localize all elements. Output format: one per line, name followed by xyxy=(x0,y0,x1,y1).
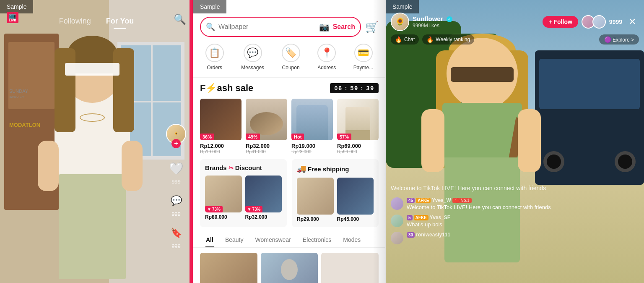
tab-electronics[interactable]: Electronics xyxy=(297,232,337,247)
chat-username-2: Yves_SF xyxy=(430,215,450,220)
chat-label: Chat xyxy=(404,37,415,42)
camera-icon[interactable]: 📷 xyxy=(319,22,330,32)
feed-background: SUNDAY 42490 Sm. MODATLON xyxy=(0,0,193,283)
grid-product-3[interactable] xyxy=(321,253,379,283)
flash-product-2[interactable]: 49% Rp32.000 Rp41.000 xyxy=(246,99,287,154)
nav-coupon[interactable]: 🏷️ Coupon xyxy=(282,44,300,71)
chat-username-3: roniweasly111 xyxy=(416,232,450,238)
flash-sale-section: F⚡ash sale 06 : 59 : 39 36% Rp12.000 Rp1… xyxy=(193,78,385,159)
verified-icon: ✓ xyxy=(447,16,452,22)
flash-product-3-orig-price: Rp23.000 xyxy=(291,149,333,154)
free-shipping-title: 🚚 Free shipping xyxy=(297,164,374,173)
address-icon: 📍 xyxy=(317,44,336,62)
flash-product-4[interactable]: 57% Rp69.000 Rp99.000 xyxy=(337,99,379,154)
search-magnifier-icon: 🔍 xyxy=(206,22,215,31)
heart-icon[interactable]: 🤍 xyxy=(167,159,185,178)
feed-actions: 🌻 + 🤍 999 💬 999 🔖 999 xyxy=(166,124,186,249)
orders-label: Orders xyxy=(207,65,222,71)
search-bar: 🔍 📷 Search xyxy=(200,17,361,37)
viewer-avatars xyxy=(582,15,606,29)
product-grid xyxy=(193,248,385,283)
chat-message-2-content: 5 AFKE Yves_SF What's up bois xyxy=(407,215,450,228)
live-creator-info: Sunflower ✓ 9999M likes xyxy=(413,15,539,29)
comment-icon[interactable]: 💬 xyxy=(167,191,185,210)
brand-product-1-price: Rp89.000 xyxy=(205,214,242,220)
feed-nav: 📺 LIVE Following For You 🔍 xyxy=(0,0,193,38)
brand-product-2-price: Rp32.000 xyxy=(245,214,282,220)
tab-all[interactable]: All xyxy=(200,232,219,247)
close-button[interactable]: ✕ xyxy=(626,15,639,29)
flash-product-4-image: 57% xyxy=(337,99,379,140)
free-shipping-section: 🚚 Free shipping Rp29.000 Rp45.000 xyxy=(292,159,379,227)
panel-tiktok-feed: SUNDAY 42490 Sm. MODATLON Sample 📺 LIVE … xyxy=(0,0,193,283)
grid-product-2[interactable] xyxy=(261,253,318,283)
tab-following[interactable]: Following xyxy=(52,13,99,29)
chat-message-1: 45 AFKE Yves_W 🔴 No.1 Welcome to TikTok … xyxy=(391,197,561,211)
chat-message-3: 30 roniweasly111 xyxy=(391,232,561,244)
chat-pill[interactable]: 🔥 Chat xyxy=(391,34,419,45)
ship-product-1[interactable]: Rp29.000 xyxy=(297,178,334,222)
tab-for-you[interactable]: For You xyxy=(99,13,141,29)
brand-product-2[interactable]: ▼ 73% Rp32.000 xyxy=(245,176,282,220)
orders-icon: 📋 xyxy=(205,44,224,62)
chat-badge-row-1: 45 AFKE Yves_W 🔴 No.1 xyxy=(407,197,551,203)
search-button[interactable]: Search xyxy=(333,23,355,31)
live-creator-name: Sunflower ✓ xyxy=(413,15,539,23)
chat-badge-num-2: 5 xyxy=(407,215,413,220)
flash-product-4-orig-price: Rp99.000 xyxy=(337,149,379,154)
ship-product-1-image xyxy=(297,178,334,215)
brands-section: Brands ✂ Discount ▼ 73% Rp89.000 xyxy=(200,159,287,227)
flash-product-3-badge: Hot xyxy=(291,134,304,140)
nav-messages[interactable]: 💬 Messages xyxy=(241,44,264,71)
panel-shop: Sample 🔍 📷 Search 🛒 📋 Orders 💬 Messages … xyxy=(193,0,386,283)
explore-pill[interactable]: 🟣 Explore > xyxy=(599,34,639,45)
free-shipping-products: Rp29.000 Rp45.000 xyxy=(297,178,374,222)
sample-badge-3: Sample xyxy=(386,0,419,13)
sample-badge-2: Sample xyxy=(193,0,226,13)
explore-dot-icon: 🟣 xyxy=(604,36,611,43)
ship-product-2-image xyxy=(337,178,374,215)
brand-product-1[interactable]: ▼ 73% Rp89.000 xyxy=(205,176,242,220)
chat-text-1: Welcome to TikTok LIVE! Here you can con… xyxy=(407,204,551,211)
live-chat: Welcome to TikTok LIVE! Here you can con… xyxy=(386,179,566,249)
nav-address[interactable]: 📍 Address xyxy=(317,44,336,71)
flash-product-3[interactable]: Hot Rp19.000 Rp23.000 xyxy=(291,99,333,154)
fire-icon-1: 🔥 xyxy=(395,36,402,43)
comment-action: 💬 999 xyxy=(167,191,185,217)
welcome-message: Welcome to TikTok LIVE! Here you can con… xyxy=(391,184,561,193)
chat-message-3-content: 30 roniweasly111 xyxy=(407,232,450,238)
bookmark-action: 🔖 999 xyxy=(167,224,185,249)
lightning-icon: ⚡ xyxy=(205,83,217,93)
coupon-icon: 🏷️ xyxy=(282,44,300,62)
category-tabs: All Beauty Womenswear Electronics Modes xyxy=(193,232,385,248)
bookmark-icon[interactable]: 🔖 xyxy=(167,224,185,242)
nav-orders[interactable]: 📋 Orders xyxy=(205,44,224,71)
nav-payment[interactable]: 💳 Payme... xyxy=(353,44,373,71)
grid-product-1[interactable] xyxy=(200,253,257,283)
live-pills: 🔥 Chat 🔥 Weekly ranking 🟣 Explore > xyxy=(386,34,644,45)
live-username: Sunflower xyxy=(413,15,443,22)
ranking-pill[interactable]: 🔥 Weekly ranking xyxy=(422,34,474,45)
chat-badge-num-1: 45 xyxy=(407,198,415,203)
live-likes-count: 9999M likes xyxy=(413,23,539,29)
live-creator-avatar[interactable]: 🌻 xyxy=(391,13,409,31)
follow-button[interactable]: + xyxy=(171,139,181,148)
tab-beauty[interactable]: Beauty xyxy=(219,232,249,247)
ship-product-2[interactable]: Rp45.000 xyxy=(337,178,374,222)
flash-product-1[interactable]: 36% Rp12.000 Rp19.000 xyxy=(200,99,242,154)
tab-womenswear[interactable]: Womenswear xyxy=(249,232,296,247)
cart-icon[interactable]: 🛒 xyxy=(365,21,379,34)
nav-tabs: Following For You xyxy=(52,13,141,29)
brand-product-2-badge: ▼ 73% xyxy=(245,206,263,212)
chat-messages: 45 AFKE Yves_W 🔴 No.1 Welcome to TikTok … xyxy=(391,197,561,244)
ship-product-1-price: Rp29.000 xyxy=(297,216,334,222)
flash-sale-timer: 06 : 59 : 39 xyxy=(330,83,379,93)
flash-product-3-image: Hot xyxy=(291,99,333,140)
live-follow-button[interactable]: + Follow xyxy=(543,16,578,28)
chat-username-1: Yves_W xyxy=(432,197,451,203)
search-icon[interactable]: 🔍 xyxy=(174,13,186,25)
search-input[interactable] xyxy=(218,23,316,31)
search-row: 🔍 📷 Search 🛒 xyxy=(193,17,385,37)
rank-badge-1: 🔴 No.1 xyxy=(452,198,472,203)
tab-modes[interactable]: Modes xyxy=(337,232,366,247)
